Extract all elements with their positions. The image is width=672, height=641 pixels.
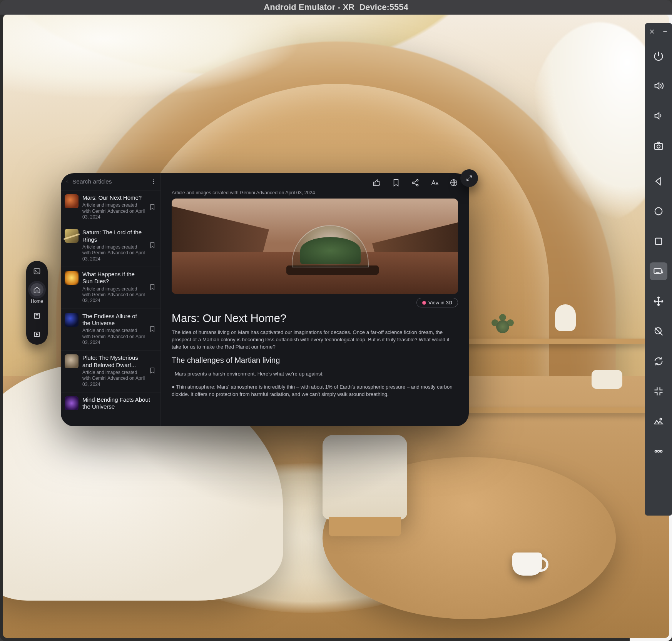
thumbnail [65, 229, 79, 243]
minimize-icon[interactable] [661, 28, 669, 35]
back-icon[interactable] [650, 172, 667, 190]
volume-up-icon[interactable] [650, 77, 667, 95]
svg-point-3 [67, 181, 68, 182]
article-list[interactable]: Mars: Our Next Home? Article and images … [61, 190, 160, 426]
svg-point-6 [153, 183, 154, 184]
bookmark-icon[interactable] [149, 326, 157, 333]
svg-point-5 [153, 181, 154, 182]
list-item[interactable]: Mars: Our Next Home? Article and images … [61, 190, 160, 225]
svg-point-13 [655, 208, 662, 215]
nav-home[interactable] [30, 283, 43, 296]
list-item[interactable]: The Endless Allure of the Universe Artic… [61, 309, 160, 351]
bookmark-icon[interactable] [149, 242, 157, 249]
item-subtitle: Article and images created with Gemini A… [82, 202, 145, 220]
volume-down-icon[interactable] [650, 107, 667, 125]
more-button[interactable] [150, 177, 157, 186]
article-paragraph: Mars presents a harsh environment. Here'… [172, 370, 458, 377]
svg-rect-0 [34, 269, 40, 274]
search-input[interactable] [72, 178, 147, 185]
emulator-toolbar [645, 23, 672, 516]
zoom-disabled-icon[interactable] [650, 322, 667, 340]
svg-point-7 [416, 179, 418, 181]
svg-point-17 [660, 418, 662, 420]
nav-video[interactable] [30, 328, 43, 341]
item-subtitle: Article and images created with Gemini A… [82, 328, 145, 346]
nav-home-label: Home [31, 299, 43, 304]
article-content[interactable]: Article and images created with Gemini A… [161, 173, 469, 426]
bookmark-icon[interactable] [392, 179, 400, 187]
article-bullet: Thin atmosphere: Mars' atmosphere is inc… [172, 383, 458, 399]
svg-point-18 [655, 451, 657, 452]
bookmark-icon[interactable] [149, 284, 157, 291]
rotate-icon[interactable] [650, 352, 667, 370]
expand-button[interactable] [460, 169, 478, 187]
view-3d-icon [422, 301, 426, 305]
overview-icon[interactable] [650, 232, 667, 250]
svg-point-4 [153, 179, 154, 180]
svg-rect-11 [655, 144, 663, 149]
item-subtitle: Article and images created with Gemini A… [82, 244, 145, 262]
power-icon[interactable] [650, 47, 667, 65]
camera-icon[interactable] [650, 137, 667, 155]
article-heading: Mars: Our Next Home? [172, 312, 458, 325]
svg-point-19 [658, 451, 660, 452]
search-icon [66, 178, 69, 185]
search-bar [61, 173, 160, 190]
item-subtitle: Article and images created with Gemini A… [82, 370, 145, 387]
item-title: Mars: Our Next Home? [82, 194, 145, 201]
article-subheading: The challenges of Martian living [172, 356, 458, 365]
view-3d-button[interactable]: View in 3D [416, 298, 458, 307]
collapse-icon[interactable] [650, 382, 667, 400]
item-title: What Happens if the Sun Dies? [82, 271, 145, 285]
bookmark-icon[interactable] [149, 367, 157, 375]
credit-line: Article and images created with Gemini A… [172, 190, 458, 195]
list-item[interactable]: Mind-Bending Facts About the Universe [61, 392, 160, 416]
xr-scene: Home [3, 15, 669, 638]
reader-panel: Mars: Our Next Home? Article and images … [61, 173, 469, 426]
item-title: Saturn: The Lord of the Rings [82, 229, 145, 243]
svg-point-8 [412, 182, 414, 184]
view-3d-label: View in 3D [428, 300, 452, 305]
article-sidebar: Mars: Our Next Home? Article and images … [61, 173, 161, 426]
item-title: Mind-Bending Facts About the Universe [82, 396, 157, 411]
nav-terminal[interactable] [30, 265, 43, 278]
more-icon[interactable] [650, 442, 667, 460]
bookmark-icon[interactable] [149, 204, 157, 211]
svg-point-12 [657, 145, 660, 148]
svg-rect-14 [655, 238, 662, 244]
list-item[interactable]: Saturn: The Lord of the Rings Article an… [61, 225, 160, 267]
move-icon[interactable] [650, 292, 667, 310]
share-icon[interactable] [411, 179, 420, 187]
home-icon[interactable] [650, 202, 667, 220]
list-item[interactable]: Pluto: The Mysterious and Beloved Dwarf.… [61, 351, 160, 392]
hero-image [172, 199, 458, 294]
svg-point-20 [660, 451, 662, 452]
article-intro: The idea of humans living on Mars has ca… [172, 329, 458, 351]
nav-article[interactable] [30, 309, 43, 322]
keyboard-icon[interactable] [650, 262, 667, 280]
close-icon[interactable] [648, 28, 656, 35]
item-title: The Endless Allure of the Universe [82, 313, 145, 327]
thumbnail [65, 396, 79, 410]
thumbnail [65, 271, 79, 285]
thumbnail [65, 313, 79, 327]
nav-rail: Home [26, 261, 48, 345]
text-size-icon[interactable] [430, 179, 439, 187]
like-icon[interactable] [373, 179, 381, 187]
item-subtitle: Article and images created with Gemini A… [82, 286, 145, 304]
svg-point-9 [416, 184, 418, 186]
item-title: Pluto: The Mysterious and Beloved Dwarf.… [82, 354, 145, 369]
thumbnail [65, 194, 79, 208]
globe-icon[interactable] [450, 179, 458, 187]
landscape-icon[interactable] [650, 412, 667, 430]
window-title: Android Emulator - XR_Device:5554 [0, 0, 672, 15]
list-item[interactable]: What Happens if the Sun Dies? Article an… [61, 267, 160, 309]
thumbnail [65, 354, 79, 368]
